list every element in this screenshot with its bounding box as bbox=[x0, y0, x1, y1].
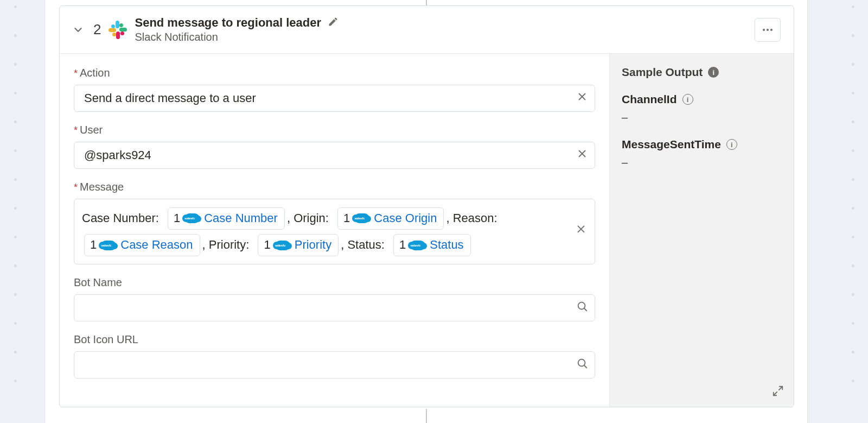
svg-point-1 bbox=[767, 29, 769, 31]
canvas-grid-left bbox=[13, 0, 17, 423]
output-field-value: – bbox=[622, 111, 782, 124]
svg-point-0 bbox=[763, 29, 765, 31]
pill-variable-label: Case Number bbox=[204, 210, 278, 227]
field-bot-icon-url: Bot Icon URL bbox=[74, 333, 595, 378]
svg-point-2 bbox=[770, 29, 773, 31]
step-subtitle: Slack Notification bbox=[135, 31, 747, 43]
step-header: 2 Send message to regional leader Slack … bbox=[60, 6, 794, 54]
variable-pill[interactable]: 1salesforceCase Reason bbox=[84, 234, 200, 256]
connector-line-bottom bbox=[426, 409, 427, 423]
message-text-fragment: , Priority: bbox=[202, 238, 253, 251]
field-message: *Message Case Number: 1salesforceCase Nu… bbox=[74, 181, 595, 264]
message-text-fragment: , Origin: bbox=[287, 211, 332, 225]
output-field-label: MessageSentTime bbox=[622, 138, 721, 151]
bot-name-input[interactable] bbox=[74, 294, 595, 321]
step-actions-menu[interactable] bbox=[755, 18, 781, 42]
collapse-toggle[interactable] bbox=[71, 22, 86, 37]
output-field: MessageSentTimei– bbox=[622, 138, 782, 169]
salesforce-icon: salesforce bbox=[101, 241, 116, 250]
field-action: *Action Send a direct message to a user bbox=[74, 67, 595, 112]
salesforce-icon: salesforce bbox=[410, 241, 425, 250]
pill-step-number: 1 bbox=[343, 210, 350, 227]
svg-point-11 bbox=[578, 359, 585, 366]
variable-pill[interactable]: 1salesforceStatus bbox=[393, 234, 471, 256]
bot-icon-url-input[interactable] bbox=[74, 351, 595, 378]
pill-variable-label: Status bbox=[430, 237, 463, 254]
variable-pill[interactable]: 1salesforceCase Number bbox=[168, 207, 285, 230]
required-marker: * bbox=[74, 125, 78, 135]
slack-icon bbox=[108, 21, 127, 39]
svg-line-13 bbox=[779, 387, 782, 390]
output-field-value: – bbox=[622, 156, 782, 169]
svg-point-9 bbox=[578, 302, 585, 309]
variable-pill[interactable]: 1salesforcePriority bbox=[258, 234, 339, 256]
pill-step-number: 1 bbox=[174, 210, 180, 227]
clear-action-button[interactable] bbox=[576, 91, 588, 106]
search-icon bbox=[576, 300, 588, 315]
pill-variable-label: Priority bbox=[295, 237, 331, 254]
info-icon[interactable]: i bbox=[682, 94, 693, 105]
user-input[interactable]: @sparks924 bbox=[74, 142, 595, 169]
step-title-block: Send message to regional leader Slack No… bbox=[135, 16, 747, 43]
form-column: *Action Send a direct message to a user … bbox=[60, 54, 609, 407]
field-user: *User @sparks924 bbox=[74, 124, 595, 169]
required-marker: * bbox=[74, 68, 78, 78]
search-icon bbox=[576, 357, 588, 373]
action-input[interactable]: Send a direct message to a user bbox=[74, 85, 595, 112]
step-title: Send message to regional leader bbox=[135, 16, 321, 30]
svg-line-12 bbox=[584, 365, 586, 368]
message-text-fragment: Case Number: bbox=[82, 211, 162, 225]
info-icon[interactable]: i bbox=[708, 67, 719, 78]
field-label-text: Bot Name bbox=[74, 276, 122, 289]
step-card: 2 Send message to regional leader Slack … bbox=[59, 5, 794, 407]
sample-output-title: Sample Output bbox=[622, 66, 703, 79]
clear-user-button[interactable] bbox=[576, 148, 588, 163]
field-label-text: Action bbox=[80, 67, 110, 79]
message-text-fragment: , Status: bbox=[341, 238, 388, 251]
pill-step-number: 1 bbox=[264, 237, 270, 254]
connector-line-top bbox=[426, 0, 427, 5]
message-text-fragment: , Reason: bbox=[446, 211, 497, 225]
field-bot-name: Bot Name bbox=[74, 276, 595, 321]
canvas-grid-right bbox=[851, 0, 855, 423]
step-body: *Action Send a direct message to a user … bbox=[60, 54, 794, 407]
sample-output-header: Sample Output i bbox=[622, 66, 782, 79]
pill-variable-label: Case Reason bbox=[120, 237, 193, 254]
salesforce-icon: salesforce bbox=[354, 213, 369, 223]
salesforce-icon: salesforce bbox=[184, 213, 200, 223]
field-label-text: Message bbox=[80, 181, 124, 193]
pill-step-number: 1 bbox=[90, 237, 97, 254]
field-label-text: Bot Icon URL bbox=[74, 333, 138, 346]
variable-pill[interactable]: 1salesforceCase Origin bbox=[337, 207, 444, 230]
pill-variable-label: Case Origin bbox=[374, 210, 437, 227]
user-value: @sparks924 bbox=[84, 148, 151, 162]
required-marker: * bbox=[74, 182, 78, 192]
expand-output-button[interactable] bbox=[772, 385, 784, 399]
svg-line-10 bbox=[584, 308, 586, 311]
sample-output-panel: Sample Output i ChannelIdi–MessageSentTi… bbox=[609, 54, 794, 407]
svg-line-14 bbox=[774, 392, 777, 395]
flow-canvas: 2 Send message to regional leader Slack … bbox=[44, 0, 808, 423]
action-value: Send a direct message to a user bbox=[84, 91, 256, 105]
step-number: 2 bbox=[93, 21, 101, 38]
field-label-text: User bbox=[80, 124, 103, 136]
output-field-label: ChannelId bbox=[622, 93, 677, 106]
edit-title-button[interactable] bbox=[328, 16, 339, 29]
message-input[interactable]: Case Number: 1salesforceCase Number, Ori… bbox=[74, 199, 595, 264]
pill-step-number: 1 bbox=[399, 237, 406, 254]
output-field: ChannelIdi– bbox=[622, 93, 782, 124]
clear-message-button[interactable] bbox=[575, 218, 587, 244]
info-icon[interactable]: i bbox=[726, 139, 737, 150]
salesforce-icon: salesforce bbox=[275, 241, 290, 250]
